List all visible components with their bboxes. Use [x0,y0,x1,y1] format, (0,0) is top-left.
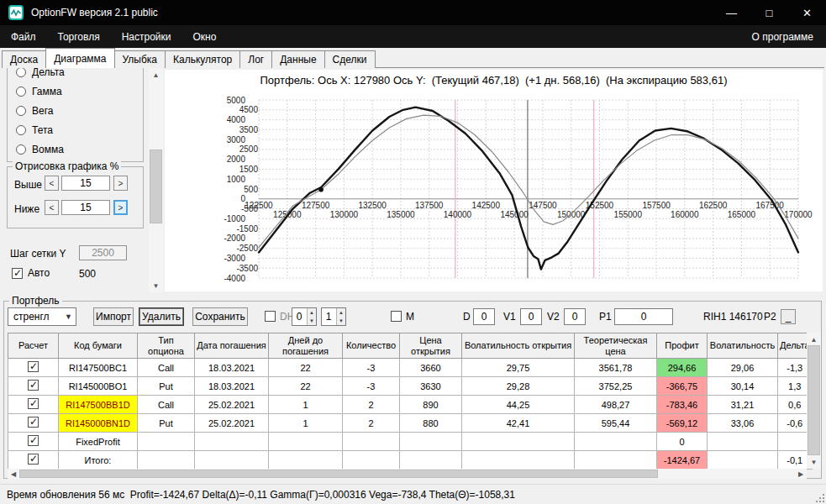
cell-open_vol[interactable]: 29,75 [462,359,575,377]
tab-deals[interactable]: Сделки [324,50,376,68]
cell-vol[interactable]: 33,06 [708,414,778,433]
cell-qty[interactable]: -3 [343,377,400,396]
chart-svg[interactable]: 500040003000200010000-1000-2000-3000-400… [165,88,823,290]
scrollbar-thumb[interactable] [808,345,820,455]
cell-date[interactable]: 25.02.2021 [195,396,269,414]
column-header[interactable]: Дата погашения [195,333,269,359]
cell-code[interactable]: FixedProfit [59,433,138,451]
table-row[interactable]: RI145000BO1Put18.03.202122-3363029,28375… [8,377,813,396]
cell-date[interactable] [195,433,269,451]
cell-open_vol[interactable]: 29,28 [462,377,575,396]
minimize-panel-button[interactable]: _ [781,309,796,324]
scroll-left-icon[interactable]: ◀ [8,469,18,479]
cell-profit[interactable]: -1424,67 [657,451,708,470]
panel-scrollbar[interactable]: ▲ ▼ [149,68,163,292]
cell-profit[interactable]: -569,12 [657,414,708,433]
cell-days[interactable] [269,433,343,451]
spin-up-icon[interactable]: ▲ [337,308,345,317]
column-header[interactable]: Цена открытия [400,333,462,359]
cell-qty[interactable]: 2 [343,414,400,433]
m-checkbox[interactable] [391,311,402,322]
cell-calc[interactable] [8,414,59,433]
cell-type[interactable]: Call [138,359,195,377]
row-checkbox[interactable] [28,417,39,428]
cell-code[interactable]: RI147500BC1 [59,359,138,377]
radio-icon[interactable] [16,67,26,77]
menu-file[interactable]: Файл [0,25,47,48]
cell-profit[interactable]: 294,66 [657,359,708,377]
dh-spinner-2[interactable]: 1 ▲▼ [321,307,346,326]
cell-theo[interactable]: 595,44 [575,414,657,433]
radio-theta[interactable]: Тета [16,123,53,137]
cell-calc[interactable] [8,359,59,377]
cell-days[interactable]: 1 [269,396,343,414]
cell-open_price[interactable] [400,451,462,470]
v2-field[interactable]: 0 [564,308,586,325]
radio-icon[interactable] [16,144,26,155]
cell-calc[interactable] [8,451,59,470]
dh-spinner-1[interactable]: 0 ▲▼ [292,307,317,326]
cell-calc[interactable] [8,433,59,451]
cell-vol[interactable]: 29,06 [708,359,778,377]
column-header[interactable]: Дней до погашения [269,333,343,359]
below-increase-icon[interactable]: > [113,200,128,215]
cell-vol[interactable] [708,451,778,470]
table-row[interactable]: RI147500BC1Call18.03.202122-3366029,7535… [8,359,813,377]
column-header[interactable]: Код бумаги [59,333,138,359]
cell-theo[interactable] [575,433,657,451]
table-row[interactable]: Итого:-1424,67-0,1 [8,451,813,470]
table-vscrollbar[interactable]: ▲ ▼ [807,333,821,469]
tab-data[interactable]: Данные [271,50,324,68]
grid-step-field[interactable]: 2500 [79,245,127,260]
row-checkbox[interactable] [28,361,39,372]
cell-date[interactable]: 18.03.2021 [195,359,269,377]
cell-open_price[interactable] [400,433,462,451]
cell-open_vol[interactable]: 42,41 [462,414,575,433]
cell-code[interactable]: Итого: [59,451,138,470]
row-checkbox[interactable] [28,380,39,391]
menu-window[interactable]: Окно [182,25,228,48]
cell-calc[interactable] [8,377,59,396]
close-icon[interactable]: ✕ [788,0,826,25]
column-header[interactable]: Волатильность [708,333,778,359]
cell-days[interactable]: 22 [269,377,343,396]
cell-qty[interactable]: -3 [343,359,400,377]
radio-icon[interactable] [16,106,26,116]
cell-open_price[interactable]: 3630 [400,377,462,396]
preset-combobox[interactable]: стренгл ▼ [8,307,76,326]
cell-days[interactable]: 1 [269,414,343,433]
cell-theo[interactable] [575,451,657,470]
column-header[interactable]: Профит [657,333,708,359]
cell-type[interactable] [138,433,195,451]
spinner-value[interactable]: 0 [292,308,306,325]
below-value-field[interactable]: 15 [61,200,110,215]
cell-profit[interactable]: -366,75 [657,377,708,396]
radio-icon[interactable] [16,87,26,97]
radio-vomma[interactable]: Вомма [16,143,64,156]
table-row[interactable]: RI147500BB1DCall25.02.20211289044,25498,… [8,396,813,414]
cell-profit[interactable]: -783,46 [657,396,708,414]
scroll-up-icon[interactable]: ▲ [149,70,163,81]
menu-trading[interactable]: Торговля [47,25,111,48]
tab-calculator[interactable]: Калькулятор [165,50,240,68]
cell-open_vol[interactable] [462,451,575,470]
spin-down-icon[interactable]: ▼ [337,317,345,325]
auto-checkbox[interactable] [12,268,23,279]
cell-qty[interactable] [343,433,400,451]
menu-about[interactable]: О программе [739,31,826,43]
cell-type[interactable]: Call [138,396,195,414]
menu-settings[interactable]: Настройки [111,25,182,48]
table-hscrollbar[interactable]: ◀ ▶ [8,469,807,479]
cell-type[interactable] [138,451,195,470]
save-button[interactable]: Сохранить [192,307,248,326]
spinner-arrows[interactable]: ▲▼ [307,308,316,325]
minimize-icon[interactable]: — [713,0,750,25]
scroll-down-icon[interactable]: ▼ [149,281,163,291]
column-header[interactable]: Расчет [8,333,59,359]
delete-button[interactable]: Удалить [139,307,184,326]
cell-open_vol[interactable] [462,433,575,451]
cell-days[interactable] [269,451,343,470]
cell-code[interactable]: RI145000BN1D [59,414,138,433]
cell-qty[interactable] [343,451,400,470]
cell-qty[interactable]: 2 [343,396,400,414]
